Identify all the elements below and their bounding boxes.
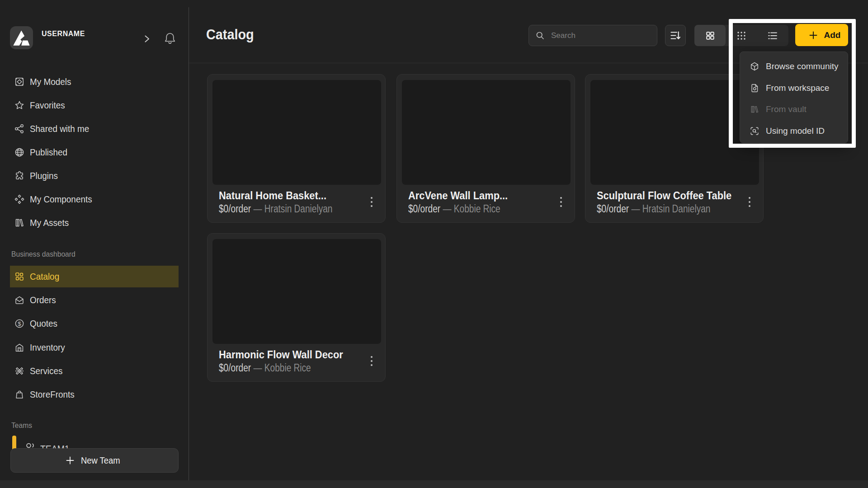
svg-text:$: $ [18, 320, 21, 327]
